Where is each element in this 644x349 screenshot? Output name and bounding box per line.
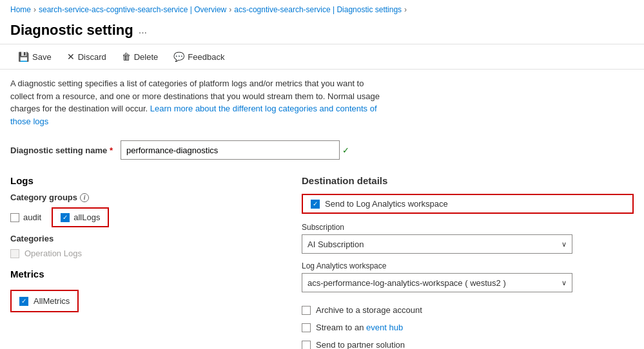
save-icon: 💾 [18, 52, 29, 62]
delete-icon: 🗑 [122, 52, 131, 62]
toolbar: 💾 Save ✕ Discard 🗑 Delete 💬 Feedback [0, 44, 644, 70]
subscription-row: Subscription AI Subscription ∨ [302, 223, 634, 254]
operation-logs-row: Operation Logs [10, 249, 281, 258]
discard-button[interactable]: ✕ Discard [59, 48, 114, 65]
audit-checkbox[interactable] [10, 213, 19, 222]
page-title: Diagnostic setting [10, 22, 133, 39]
archive-storage-checkbox[interactable] [302, 306, 311, 315]
main-content: Logs Category groups i audit ✓ allLogs C… [0, 175, 644, 349]
log-analytics-value: acs-performance-log-analytics-workspace … [307, 278, 506, 288]
log-analytics-workspace-row: Log Analytics workspace acs-performance-… [302, 261, 634, 292]
send-log-analytics-box: ✓ Send to Log Analytics workspace [302, 194, 634, 214]
send-partner-label: Send to partner solution [316, 340, 405, 349]
save-button[interactable]: 💾 Save [10, 48, 59, 65]
diagnostic-name-input[interactable] [121, 140, 340, 160]
stream-event-hub-checkbox[interactable] [302, 323, 311, 332]
subscription-chevron-icon: ∨ [561, 240, 567, 249]
log-analytics-dropdown[interactable]: acs-performance-log-analytics-workspace … [302, 273, 572, 292]
event-hub-link[interactable]: event hub [366, 323, 403, 332]
diagnostic-name-section: Diagnostic setting name * ✓ [0, 135, 644, 175]
category-groups-row: audit ✓ allLogs [10, 207, 281, 227]
categories-section: Categories Operation Logs [10, 234, 281, 258]
alllogs-checkbox[interactable]: ✓ [61, 213, 70, 222]
metrics-section: Metrics ✓ AllMetrics [10, 269, 281, 312]
log-analytics-chevron-icon: ∨ [561, 279, 567, 287]
archive-storage-label: Archive to a storage account [316, 305, 422, 315]
all-metrics-box: ✓ AllMetrics [10, 290, 79, 312]
log-analytics-label: Log Analytics workspace [302, 261, 634, 270]
all-metrics-label: AllMetrics [34, 296, 70, 306]
alllogs-box: ✓ allLogs [52, 207, 109, 227]
metrics-section-title: Metrics [10, 269, 281, 279]
operation-logs-checkbox [10, 249, 19, 258]
audit-label: audit [23, 212, 41, 222]
alllogs-label: allLogs [73, 212, 100, 222]
feedback-button[interactable]: 💬 Feedback [166, 48, 232, 65]
breadcrumb-overview[interactable]: search-service-acs-cogntive-search-servi… [39, 5, 226, 14]
audit-checkbox-item: audit [10, 212, 41, 222]
breadcrumb-home[interactable]: Home [10, 5, 31, 14]
destination-title: Destination details [302, 175, 634, 186]
category-groups-label: Category groups i [10, 193, 281, 202]
operation-logs-label: Operation Logs [24, 249, 82, 258]
archive-storage-row: Archive to a storage account [302, 305, 634, 315]
send-partner-checkbox[interactable] [302, 341, 311, 350]
logs-section-title: Logs [10, 175, 281, 186]
categories-label: Categories [10, 234, 281, 243]
left-panel: Logs Category groups i audit ✓ allLogs C… [10, 175, 281, 349]
description-text: A diagnostic setting specifies a list of… [0, 70, 400, 135]
valid-check-icon: ✓ [342, 146, 349, 155]
subscription-dropdown[interactable]: AI Subscription ∨ [302, 234, 572, 254]
send-partner-row: Send to partner solution [302, 340, 634, 349]
subscription-value: AI Subscription [307, 240, 364, 249]
all-metrics-checkbox[interactable]: ✓ [19, 297, 28, 306]
send-log-analytics-checkbox[interactable]: ✓ [311, 200, 320, 209]
feedback-icon: 💬 [173, 52, 184, 62]
delete-button[interactable]: 🗑 Delete [114, 48, 166, 65]
more-options-button[interactable]: ... [139, 24, 147, 36]
subscription-label: Subscription [302, 223, 634, 232]
category-groups-info-icon[interactable]: i [80, 193, 89, 202]
breadcrumb: Home › search-service-acs-cogntive-searc… [0, 0, 644, 19]
send-log-analytics-label: Send to Log Analytics workspace [325, 199, 448, 209]
required-marker: * [110, 146, 113, 155]
stream-event-hub-row: Stream to an event hub [302, 323, 634, 332]
breadcrumb-diagnostic[interactable]: acs-cogntive-search-service | Diagnostic… [234, 5, 402, 14]
right-panel: Destination details ✓ Send to Log Analyt… [302, 175, 634, 349]
stream-event-hub-label: Stream to an event hub [316, 323, 403, 332]
page-header: Diagnostic setting ... [0, 19, 644, 44]
discard-icon: ✕ [67, 52, 75, 62]
diagnostic-name-label: Diagnostic setting name * [10, 146, 113, 155]
